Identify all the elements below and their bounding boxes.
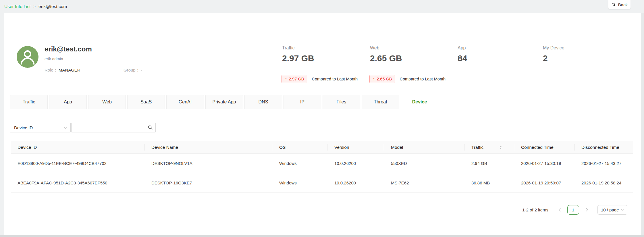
cell-device-id: ABEA0F9A-AFAC-951D-A2C3-345A607EF550: [11, 180, 144, 185]
tab-traffic[interactable]: Traffic: [10, 95, 48, 109]
search-field-select-value: Device ID: [14, 125, 33, 130]
column-header-connected-time: Connected Time: [514, 141, 574, 153]
role-value: MANAGER: [59, 68, 80, 73]
tab-files[interactable]: Files: [323, 95, 360, 109]
stat-traffic-label: Traffic: [282, 45, 314, 51]
user-icon: [17, 46, 38, 68]
stat-web-value: 2.65 GB: [370, 53, 402, 63]
pagination: 1-2 of 2 items 1 10 / page: [522, 205, 627, 215]
table-row: ABEA0F9A-AFAC-951D-A2C3-345A607EF550 DES…: [11, 173, 633, 193]
cell-os: Windows: [272, 161, 327, 166]
group-value: -: [141, 68, 142, 73]
cell-disconnected-time: 2026-01-19 20:58:24: [574, 180, 633, 185]
cell-device-name: DESKTOP-16O3KE7: [144, 180, 272, 185]
cell-connected-time: 2026-01-19 20:50:07: [514, 180, 574, 185]
search-field-select[interactable]: Device ID: [10, 123, 71, 132]
cell-disconnected-time: 2026-01-27 15:43:27: [574, 161, 633, 166]
user-role: Role： MANAGER: [45, 68, 80, 73]
column-header-device-id: Device ID: [11, 141, 144, 153]
cell-device-id: E0D13800-A9D5-11EE-BCE7-499D4CB47702: [11, 161, 144, 166]
traffic-comparison: ↑ 2.97 GB Compared to Last Month: [281, 75, 358, 83]
cell-version: 10.0.26200: [327, 161, 384, 166]
sort-ascending-icon: [500, 146, 502, 147]
window-bottom-edge: [0, 235, 644, 237]
user-info-detail-page: User Info List > erik@test.com Back erik…: [0, 0, 644, 237]
tab-bar: Traffic App Web SaaS GenAI Private App D…: [10, 95, 438, 109]
tab-device[interactable]: Device: [401, 95, 438, 109]
tab-web[interactable]: Web: [88, 95, 126, 109]
pagination-summary: 1-2 of 2 items: [522, 207, 548, 212]
stat-my-device-label: My Device: [543, 45, 564, 51]
device-table-header: Device ID Device Name OS Version Model T…: [11, 141, 633, 154]
cell-traffic: 2.94 GB: [464, 161, 514, 166]
column-header-version: Version: [327, 141, 384, 153]
web-compare-caption: Compared to Last Month: [400, 77, 446, 81]
page-size-select[interactable]: 10 / page: [597, 205, 627, 215]
traffic-change-amount: 2.97 GB: [289, 77, 304, 81]
stat-traffic: Traffic 2.97 GB: [282, 45, 314, 63]
tab-private-app[interactable]: Private App: [205, 95, 243, 109]
cell-version: 10.0.26200: [327, 180, 384, 185]
sort-toggle-icon[interactable]: [500, 146, 502, 149]
device-table: Device ID Device Name OS Version Model T…: [11, 141, 633, 193]
tab-genai[interactable]: GenAI: [166, 95, 204, 109]
arrow-up-icon: ↑: [373, 77, 375, 81]
cell-model: 550XED: [384, 161, 464, 166]
tab-threat[interactable]: Threat: [362, 95, 399, 109]
traffic-compare-caption: Compared to Last Month: [312, 77, 358, 81]
chevron-left-icon: [558, 208, 561, 212]
column-header-device-name: Device Name: [144, 141, 272, 153]
column-header-disconnected-time: Disconnected Time: [574, 141, 633, 153]
traffic-change-badge: ↑ 2.97 GB: [281, 75, 307, 83]
cell-os: Windows: [272, 180, 327, 185]
vertical-scrollbar[interactable]: [641, 13, 644, 235]
stat-app-label: App: [458, 45, 467, 51]
chevron-down-icon: [64, 127, 67, 129]
search-icon: [148, 125, 153, 130]
page-number-button[interactable]: 1: [567, 205, 579, 215]
user-detail-card: erik@test.com erik admin Role： MANAGER G…: [4, 13, 641, 235]
role-label: Role：: [45, 68, 58, 73]
user-display-name: erik admin: [45, 57, 63, 61]
previous-page-button[interactable]: [556, 208, 563, 212]
column-header-model: Model: [384, 141, 464, 153]
cell-model: MS-7E62: [384, 180, 464, 185]
stat-my-device-value: 2: [543, 53, 564, 63]
column-header-os: OS: [272, 141, 327, 153]
web-change-badge: ↑ 2.65 GB: [369, 75, 395, 83]
cell-traffic: 36.86 MB: [464, 180, 514, 185]
breadcrumb-user-info-list-link[interactable]: User Info List: [4, 4, 30, 9]
column-header-traffic[interactable]: Traffic: [464, 141, 514, 153]
return-icon: [611, 3, 616, 7]
column-header-traffic-label: Traffic: [471, 145, 483, 150]
tab-dns[interactable]: DNS: [244, 95, 282, 109]
back-button-label: Back: [618, 2, 628, 7]
table-row: E0D13800-A9D5-11EE-BCE7-499D4CB47702 DES…: [11, 154, 633, 173]
stat-my-device: My Device 2: [543, 45, 564, 63]
user-email-title: erik@test.com: [45, 45, 92, 53]
group-label: Group：: [124, 68, 140, 73]
back-button[interactable]: Back: [608, 0, 631, 9]
tab-ip[interactable]: IP: [284, 95, 321, 109]
arrow-up-icon: ↑: [285, 77, 287, 81]
stat-traffic-value: 2.97 GB: [282, 53, 314, 63]
chevron-down-icon: [621, 209, 624, 211]
next-page-button[interactable]: [583, 208, 591, 212]
stat-web: Web 2.65 GB: [370, 45, 402, 63]
stat-app: App 84: [458, 45, 467, 63]
tab-app[interactable]: App: [49, 95, 87, 109]
stat-web-label: Web: [370, 45, 402, 51]
web-change-amount: 2.65 GB: [377, 77, 392, 81]
cell-device-name: DESKTOP-9NOLV1A: [144, 161, 272, 166]
tab-saas[interactable]: SaaS: [127, 95, 165, 109]
search-button[interactable]: [145, 123, 156, 132]
search-input[interactable]: [71, 123, 145, 132]
avatar: [17, 46, 38, 68]
cell-connected-time: 2026-01-27 15:30:19: [514, 161, 574, 166]
breadcrumb-current: erik@test.com: [38, 4, 67, 9]
chevron-right-icon: [586, 208, 588, 212]
sort-descending-icon: [500, 148, 502, 149]
breadcrumb-separator: >: [33, 4, 36, 9]
page-size-value: 10 / page: [601, 207, 619, 212]
web-comparison: ↑ 2.65 GB Compared to Last Month: [369, 75, 446, 83]
